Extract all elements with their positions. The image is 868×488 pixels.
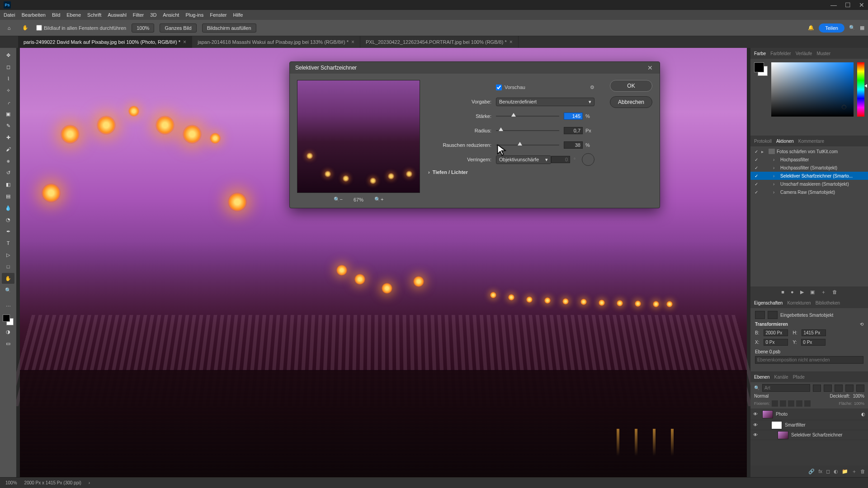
panel-tab[interactable]: Korrekturen bbox=[787, 300, 811, 305]
panel-tab[interactable]: Muster bbox=[816, 51, 830, 56]
expand-icon[interactable]: ▸ bbox=[761, 149, 767, 154]
expand-icon[interactable]: › bbox=[773, 190, 778, 195]
expand-icon[interactable]: › bbox=[773, 174, 778, 178]
wand-tool-icon[interactable]: ✧ bbox=[2, 85, 14, 96]
filter-search-icon[interactable]: 🔍 bbox=[754, 385, 760, 390]
smartfilter-icon[interactable]: ◐ bbox=[861, 412, 865, 417]
tab-close-icon[interactable]: × bbox=[351, 39, 354, 45]
color-swatch[interactable] bbox=[754, 62, 768, 76]
layer-thumb[interactable] bbox=[778, 431, 788, 439]
gradient-tool-icon[interactable]: ▤ bbox=[2, 191, 14, 202]
panel-tab[interactable]: Pfade bbox=[793, 375, 805, 380]
fx-icon[interactable]: fx bbox=[818, 469, 822, 474]
quickmask-icon[interactable]: ◑ bbox=[2, 326, 14, 337]
history-brush-icon[interactable]: ↺ bbox=[2, 167, 14, 178]
panel-tab[interactable]: Ebenen bbox=[754, 375, 769, 380]
panel-tab[interactable]: Farbfelder bbox=[770, 51, 791, 56]
new-set-icon[interactable]: ▣ bbox=[810, 289, 815, 295]
eraser-tool-icon[interactable]: ◧ bbox=[2, 179, 14, 190]
menu-ebene[interactable]: Ebene bbox=[66, 12, 81, 18]
action-check-icon[interactable]: ✓ bbox=[753, 157, 760, 162]
panel-tab[interactable]: Bibliotheken bbox=[816, 300, 840, 305]
action-check-icon[interactable]: ✓ bbox=[753, 149, 760, 154]
pen-tool-icon[interactable]: ✒ bbox=[2, 226, 14, 237]
lock-nest-icon[interactable] bbox=[796, 400, 802, 407]
document-tab[interactable]: japan-2014618 Masashi Wakui auf Pixabay.… bbox=[192, 36, 360, 48]
zoom-out-icon[interactable]: 🔍− bbox=[334, 197, 343, 202]
action-row[interactable]: ✓›Unscharf maskieren (Smartobjekt) bbox=[750, 180, 868, 188]
amount-slider[interactable] bbox=[496, 116, 559, 117]
link-layers-icon[interactable]: 🔗 bbox=[808, 469, 815, 474]
layer-comp-select[interactable] bbox=[755, 356, 863, 364]
x-input[interactable] bbox=[764, 339, 788, 346]
lasso-tool-icon[interactable]: ⌇ bbox=[2, 73, 14, 84]
panel-tab[interactable]: Aktionen bbox=[776, 139, 794, 144]
action-row[interactable]: ✓›Camera Raw (Smartobjekt) bbox=[750, 188, 868, 196]
close-icon[interactable]: ✕ bbox=[859, 1, 864, 9]
action-row[interactable]: ✓›Hochpassfilter bbox=[750, 155, 868, 164]
menu-datei[interactable]: Datei bbox=[4, 12, 15, 18]
shadows-highlights-toggle[interactable]: › Tiefen / Lichter bbox=[428, 169, 594, 175]
group-icon[interactable]: 📁 bbox=[842, 469, 848, 474]
type-tool-icon[interactable]: T bbox=[2, 238, 14, 249]
frame-tool-icon[interactable]: ▣ bbox=[2, 108, 14, 119]
screenmode-icon[interactable]: ▭ bbox=[2, 338, 14, 349]
layer-thumb[interactable] bbox=[771, 421, 782, 429]
gear-icon[interactable]: ⚙ bbox=[590, 84, 594, 90]
delete-layer-icon[interactable]: 🗑 bbox=[860, 469, 865, 474]
cancel-button[interactable]: Abbrechen bbox=[610, 96, 652, 108]
dialog-close-button[interactable]: ✕ bbox=[646, 64, 654, 72]
search-icon[interactable]: 🔍 bbox=[849, 25, 855, 31]
lock-trans-icon[interactable] bbox=[772, 400, 778, 407]
action-check-icon[interactable]: ✓ bbox=[753, 165, 760, 170]
crop-tool-icon[interactable]: ⌌ bbox=[2, 97, 14, 108]
radius-slider[interactable] bbox=[496, 130, 559, 131]
visibility-icon[interactable]: 👁 bbox=[753, 412, 760, 417]
filter-smart-icon[interactable] bbox=[856, 385, 864, 392]
fill-screen-button[interactable]: Bildschirm ausfüllen bbox=[202, 23, 256, 33]
menu-ansicht[interactable]: Ansicht bbox=[163, 12, 179, 18]
new-action-icon[interactable]: ＋ bbox=[821, 289, 826, 296]
preset-select[interactable]: Benutzerdefiniert▾ bbox=[496, 98, 594, 106]
preview-zoom-value[interactable]: 67% bbox=[354, 197, 363, 202]
opacity-value[interactable]: 100% bbox=[853, 394, 864, 399]
filter-img-icon[interactable] bbox=[813, 385, 821, 392]
maximize-icon[interactable]: ☐ bbox=[845, 1, 851, 9]
visibility-icon[interactable]: 👁 bbox=[753, 432, 760, 437]
lock-pos-icon[interactable] bbox=[788, 400, 794, 407]
stamp-tool-icon[interactable]: ⎈ bbox=[2, 155, 14, 166]
hue-slider[interactable] bbox=[857, 62, 864, 117]
panel-tab[interactable]: Kommentare bbox=[798, 139, 824, 144]
noise-input[interactable]: 38 bbox=[564, 141, 583, 149]
action-check-icon[interactable]: ✓ bbox=[753, 174, 760, 178]
marquee-tool-icon[interactable]: ◻ bbox=[2, 61, 14, 72]
home-icon[interactable]: ⌂ bbox=[4, 23, 14, 33]
share-button[interactable]: Teilen bbox=[819, 23, 844, 33]
filter-type-icon[interactable] bbox=[835, 385, 843, 392]
record-icon[interactable]: ● bbox=[791, 289, 794, 295]
status-chevron-icon[interactable]: › bbox=[89, 480, 90, 485]
action-row[interactable]: ✓›Hochpassfilter (Smartobjekt) bbox=[750, 164, 868, 172]
menu-auswahl[interactable]: Auswahl bbox=[108, 12, 127, 18]
dialog-preview-image[interactable] bbox=[297, 80, 420, 193]
layer-row[interactable]: 👁Photo◐ bbox=[750, 408, 868, 420]
menu-fenster[interactable]: Fenster bbox=[210, 12, 226, 18]
preview-checkbox[interactable]: Vorschau bbox=[496, 84, 525, 90]
dialog-title-bar[interactable]: Selektiver Scharfzeichner ✕ bbox=[290, 62, 660, 74]
action-row[interactable]: ✓▸Fotos schärfen von TutKit.com bbox=[750, 147, 868, 155]
width-input[interactable] bbox=[764, 329, 788, 336]
hand-tool-icon[interactable]: ✋ bbox=[20, 23, 31, 33]
minimize-icon[interactable]: — bbox=[830, 1, 837, 9]
menu-hilfe[interactable]: Hilfe bbox=[233, 12, 243, 18]
zoom-tool-icon[interactable]: 🔍 bbox=[2, 285, 14, 296]
reset-icon[interactable]: ⟲ bbox=[860, 322, 863, 327]
visibility-icon[interactable]: 👁 bbox=[753, 422, 760, 427]
notifications-icon[interactable]: 🔔 bbox=[808, 25, 814, 31]
fill-value[interactable]: 100% bbox=[854, 401, 864, 406]
action-check-icon[interactable]: ✓ bbox=[753, 182, 760, 187]
panel-tab[interactable]: Protokoll bbox=[754, 139, 772, 144]
eyedropper-tool-icon[interactable]: ✎ bbox=[2, 120, 14, 131]
trash-icon[interactable]: 🗑 bbox=[832, 289, 837, 295]
document-tab[interactable]: paris-2499022 David Mark auf Pixabay.jpg… bbox=[18, 36, 192, 48]
lock-all-icon[interactable] bbox=[804, 400, 811, 407]
